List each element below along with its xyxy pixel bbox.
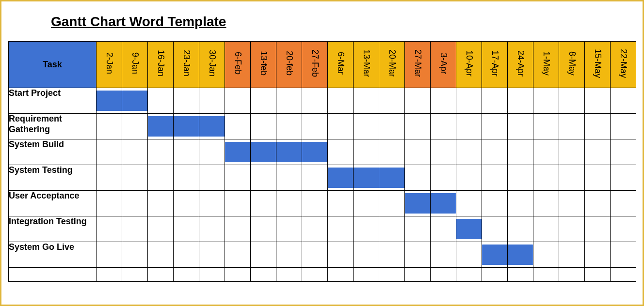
gantt-cell — [302, 268, 328, 282]
date-header-cell: 16-Jan — [148, 42, 174, 88]
gantt-bar — [379, 168, 404, 188]
gantt-cell — [251, 139, 276, 165]
gantt-bar — [508, 245, 533, 265]
gantt-cell — [174, 242, 199, 268]
gantt-cell — [174, 268, 199, 282]
task-name-cell — [9, 268, 97, 282]
date-header-label: 27-Feb — [310, 49, 320, 77]
gantt-cell — [225, 242, 251, 268]
gantt-cell — [97, 139, 122, 165]
date-header-cell: 1-May — [533, 42, 559, 88]
gantt-cell — [379, 139, 405, 165]
gantt-cell — [328, 191, 354, 216]
gantt-cell — [559, 165, 585, 191]
gantt-cell — [199, 191, 225, 216]
gantt-cell — [174, 114, 199, 139]
date-header-cell: 23-Jan — [174, 42, 199, 88]
gantt-cell — [533, 114, 559, 139]
gantt-cell — [611, 216, 636, 242]
gantt-cell — [482, 114, 508, 139]
gantt-cell — [559, 88, 585, 114]
date-header-cell: 15-May — [585, 42, 611, 88]
gantt-cell — [122, 114, 148, 139]
gantt-cell — [354, 268, 379, 282]
task-name-cell: System Build — [9, 139, 97, 165]
gantt-cell — [431, 88, 456, 114]
gantt-cell — [379, 242, 405, 268]
date-header-cell: 27-Feb — [302, 42, 328, 88]
task-name-cell: Start Project — [9, 88, 97, 114]
date-header-label: 9-Jan — [130, 52, 140, 74]
gantt-cell — [508, 165, 533, 191]
gantt-cell — [302, 242, 328, 268]
date-header-cell: 9-Jan — [122, 42, 148, 88]
gantt-cell — [122, 191, 148, 216]
gantt-cell — [405, 165, 431, 191]
gantt-bar — [97, 91, 122, 111]
date-header-label: 24-Apr — [515, 50, 526, 76]
date-header-label: 17-Apr — [490, 50, 500, 76]
gantt-thead: Task 2-Jan9-Jan16-Jan23-Jan30-Jan6-Feb13… — [9, 42, 636, 88]
gantt-cell — [225, 88, 251, 114]
table-row — [9, 268, 636, 282]
gantt-bar — [122, 91, 147, 111]
gantt-cell — [405, 191, 431, 216]
gantt-cell — [97, 88, 122, 114]
gantt-table: Task 2-Jan9-Jan16-Jan23-Jan30-Jan6-Feb13… — [8, 41, 636, 282]
date-header-label: 8-May — [567, 51, 577, 76]
gantt-cell — [122, 268, 148, 282]
gantt-cell — [508, 216, 533, 242]
gantt-cell — [199, 165, 225, 191]
gantt-cell — [456, 216, 482, 242]
gantt-cell — [456, 191, 482, 216]
gantt-bar — [456, 219, 482, 239]
table-row: System Testing — [9, 165, 636, 191]
date-header-cell: 22-May — [611, 42, 636, 88]
gantt-bar — [225, 142, 250, 162]
gantt-cell — [431, 191, 456, 216]
gantt-cell — [482, 216, 508, 242]
gantt-cell — [148, 216, 174, 242]
gantt-cell — [611, 88, 636, 114]
gantt-cell — [379, 165, 405, 191]
gantt-cell — [533, 88, 559, 114]
gantt-cell — [379, 114, 405, 139]
date-header-cell: 6-Feb — [225, 42, 251, 88]
gantt-cell — [585, 88, 611, 114]
gantt-cell — [533, 268, 559, 282]
gantt-cell — [199, 139, 225, 165]
gantt-cell — [328, 268, 354, 282]
gantt-cell — [328, 139, 354, 165]
gantt-cell — [302, 139, 328, 165]
task-name-cell: Integration Testing — [9, 216, 97, 242]
gantt-cell — [174, 88, 199, 114]
page-frame: Gantt Chart Word Template Task 2-Jan9-Ja… — [0, 0, 644, 306]
gantt-bar — [276, 142, 302, 162]
gantt-cell — [482, 268, 508, 282]
gantt-cell — [302, 216, 328, 242]
gantt-cell — [122, 139, 148, 165]
gantt-cell — [405, 88, 431, 114]
gantt-cell — [405, 114, 431, 139]
gantt-bar — [199, 116, 225, 137]
date-header-label: 20-Mar — [387, 49, 397, 77]
gantt-cell — [148, 191, 174, 216]
gantt-cell — [508, 114, 533, 139]
gantt-cell — [328, 242, 354, 268]
gantt-cell — [199, 216, 225, 242]
gantt-cell — [302, 165, 328, 191]
date-header-label: 27-Mar — [413, 49, 423, 77]
gantt-cell — [148, 242, 174, 268]
table-row: System Build — [9, 139, 636, 165]
gantt-bar — [174, 116, 199, 137]
gantt-bar — [482, 245, 507, 265]
gantt-cell — [611, 268, 636, 282]
gantt-cell — [585, 191, 611, 216]
gantt-bar — [354, 168, 379, 188]
gantt-cell — [482, 139, 508, 165]
gantt-cell — [302, 114, 328, 139]
date-header-cell: 3-Apr — [431, 42, 456, 88]
gantt-cell — [405, 216, 431, 242]
gantt-cell — [174, 216, 199, 242]
date-header-cell: 6-Mar — [328, 42, 354, 88]
